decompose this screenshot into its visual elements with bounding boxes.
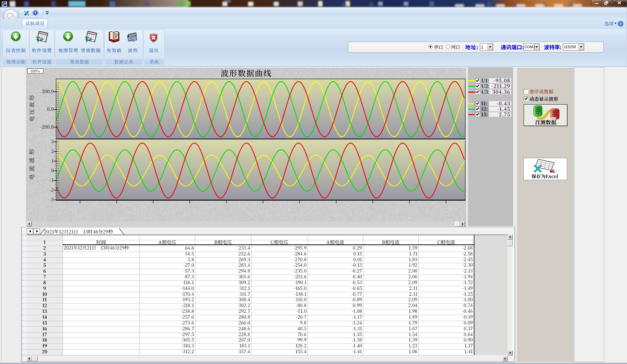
svg-text:?: ?: [35, 11, 36, 15]
svg-text:?: ?: [620, 22, 622, 26]
